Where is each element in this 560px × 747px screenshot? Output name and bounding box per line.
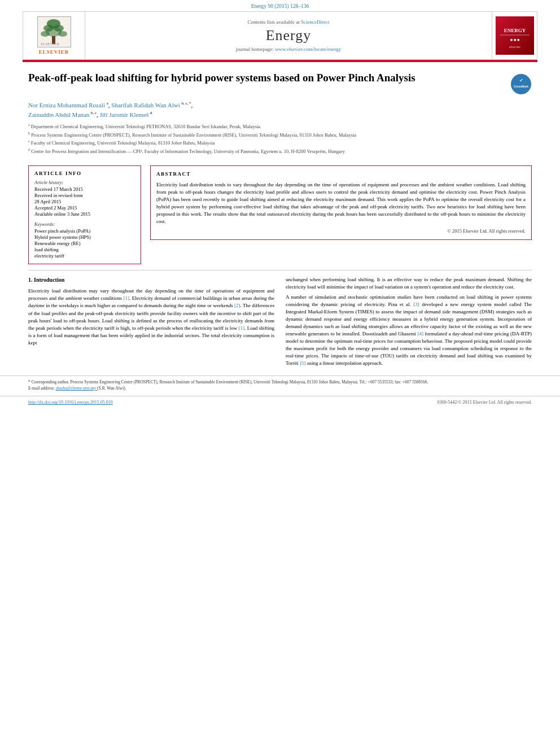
authors: Nor Erniza Mohammad Rozali a, Sharifah R… — [28, 101, 532, 119]
elsevier-tree-svg: ELSEVIER — [38, 18, 69, 46]
history-label: Article history: — [34, 180, 135, 185]
doi-url[interactable]: http://dx.doi.org/10.1016/j.energy.2015.… — [28, 400, 113, 405]
footnote-text: * Corresponding author. Process Systems … — [28, 379, 532, 386]
intro-para-1: Electricity load distribution may vary t… — [28, 287, 274, 346]
sciencedirect-url[interactable]: ScienceDirect — [301, 19, 329, 25]
footnote-section: * Corresponding author. Process Systems … — [0, 375, 560, 391]
keyword-4: load shifting — [34, 247, 135, 252]
citation-bar: Energy 90 (2015) 128–136 — [0, 0, 560, 11]
ref-2: [2] — [234, 303, 240, 308]
bottom-bar: http://dx.doi.org/10.1016/j.energy.2015.… — [0, 396, 560, 408]
footnote-email-link[interactable]: shasha@cheme.utm.my — [56, 386, 97, 391]
energy-logo-svg: ENERGY ■ ■ ■ elsevier — [496, 16, 534, 55]
ref-3: [3] — [413, 302, 419, 307]
section-name: Introduction — [34, 277, 64, 283]
energy-logo-section: ENERGY ■ ■ ■ elsevier — [492, 12, 537, 59]
article-info-col: ARTICLE INFO Article history: Received 1… — [28, 165, 141, 264]
svg-text:■ ■ ■: ■ ■ ■ — [510, 38, 519, 42]
available-date: Available online 3 June 2015 — [34, 211, 135, 217]
elsevier-brand-text: ELSEVIER — [39, 49, 69, 55]
section-divider — [28, 270, 532, 270]
received-date: Received 17 March 2015 — [34, 186, 135, 192]
affiliation-a: a Department of Chemical Engineering, Un… — [28, 123, 532, 130]
author-1: Nor Erniza Mohammad Rozali — [28, 102, 105, 108]
elsevier-logo: ELSEVIER ELSEVIER — [37, 16, 71, 55]
intro-para-2: unchanged when performing load shifting.… — [286, 276, 532, 291]
svg-text:elsevier: elsevier — [509, 45, 520, 49]
body-two-col: 1. Introduction Electricity load distrib… — [28, 276, 532, 370]
author-4: Jiří Jaromír Klemeš — [100, 111, 149, 118]
body-col-right: unchanged when performing load shifting.… — [286, 276, 532, 370]
keyword-1: Power pinch analysis (PoPA) — [34, 228, 135, 234]
abstract-box: ABSTRACT Electricity load distribution t… — [150, 165, 532, 240]
svg-text:ENERGY: ENERGY — [504, 28, 526, 33]
abstract-title: ABSTRACT — [156, 171, 526, 178]
ref-1b: [1] — [239, 325, 245, 331]
journal-header: ELSEVIER ELSEVIER Contents lists availab… — [23, 11, 537, 60]
ref-1: [1] — [123, 295, 129, 301]
affiliation-c: c Faculty of Chemical Engineering, Unive… — [28, 139, 532, 147]
footnote-email-name: (S.R. Wan Alwi). — [97, 386, 126, 391]
revised-date: 28 April 2015 — [34, 199, 135, 204]
keyword-2: Hybrid power systems (HPS) — [34, 234, 135, 240]
article-title: Peak-off-peak load shifting for hybrid p… — [28, 71, 532, 95]
journal-info-center: Contents lists available at ScienceDirec… — [85, 12, 492, 59]
body-section: 1. Introduction Electricity load distrib… — [0, 276, 560, 370]
affiliations: a Department of Chemical Engineering, Un… — [28, 123, 532, 155]
keyword-3: Renewable energy (RE) — [34, 241, 135, 246]
footnote-email-label: E-mail address: — [28, 386, 55, 391]
article-info-title: ARTICLE INFO — [34, 171, 135, 176]
svg-text:✓: ✓ — [519, 78, 523, 83]
ref-4: [4] — [418, 331, 424, 337]
affiliation-b: b Process Systems Engineering Centre (PR… — [28, 131, 532, 139]
svg-text:ELSEVIER: ELSEVIER — [41, 42, 59, 46]
info-abstract-section: ARTICLE INFO Article history: Received 1… — [0, 165, 560, 264]
citation-text: Energy 90 (2015) 128–136 — [251, 3, 309, 9]
article-title-section: Peak-off-peak load shifting for hybrid p… — [0, 62, 560, 165]
svg-text:CrossMark: CrossMark — [514, 85, 528, 88]
article-title-text: Peak-off-peak load shifting for hybrid p… — [28, 71, 510, 85]
ref-5: [5] — [300, 360, 306, 366]
intro-heading: 1. Introduction — [28, 276, 274, 285]
received-revised-label: Received in revised form — [34, 193, 135, 198]
abstract-text: Electricity load distribution tends to v… — [156, 181, 526, 225]
intro-para-3: A number of simulation and stochastic op… — [286, 294, 532, 367]
accepted-date: Accepted 2 May 2015 — [34, 205, 135, 211]
svg-rect-9 — [496, 16, 534, 55]
affiliation-d: d Centre for Process Integration and Int… — [28, 147, 532, 155]
keywords-label: Keywords: — [34, 221, 135, 227]
author-2: Sharifah Rafidah Wan Alwi — [111, 102, 180, 108]
author-3: Zainuddin Abdul Manan — [28, 111, 89, 118]
article-info-box: ARTICLE INFO Article history: Received 1… — [28, 165, 141, 264]
footnote-asterisk-note: * Corresponding author. Process Systems … — [28, 379, 428, 385]
body-col-left: 1. Introduction Electricity load distrib… — [28, 276, 274, 370]
section-number: 1. — [28, 277, 33, 283]
crossmark-badge: ✓ CrossMark — [510, 73, 532, 95]
elsevier-logo-section: ELSEVIER ELSEVIER — [23, 12, 85, 59]
doi-link: http://dx.doi.org/10.1016/j.energy.2015.… — [28, 400, 113, 405]
sciencedirect-link: Contents lists available at ScienceDirec… — [248, 19, 330, 25]
copyright-text: © 2015 Elsevier Ltd. All rights reserved… — [156, 228, 526, 234]
keyword-5: electricity tariff — [34, 253, 135, 259]
journal-name: Energy — [266, 27, 312, 44]
journal-homepage-url[interactable]: www.elsevier.com/locate/energy — [275, 46, 341, 52]
svg-point-14 — [511, 74, 531, 94]
svg-point-7 — [46, 27, 62, 37]
abstract-col: ABSTRACT Electricity load distribution t… — [150, 165, 532, 264]
issn-text: 0360-5442/© 2015 Elsevier Ltd. All right… — [438, 400, 532, 405]
journal-homepage: journal homepage: www.elsevier.com/locat… — [236, 46, 342, 52]
energy-logo-box: ENERGY ■ ■ ■ elsevier — [496, 16, 534, 55]
elsevier-logo-graphic: ELSEVIER — [37, 16, 71, 47]
footnote-email: E-mail address: shasha@cheme.utm.my (S.R… — [28, 386, 532, 392]
crossmark-svg: ✓ CrossMark — [510, 73, 532, 95]
